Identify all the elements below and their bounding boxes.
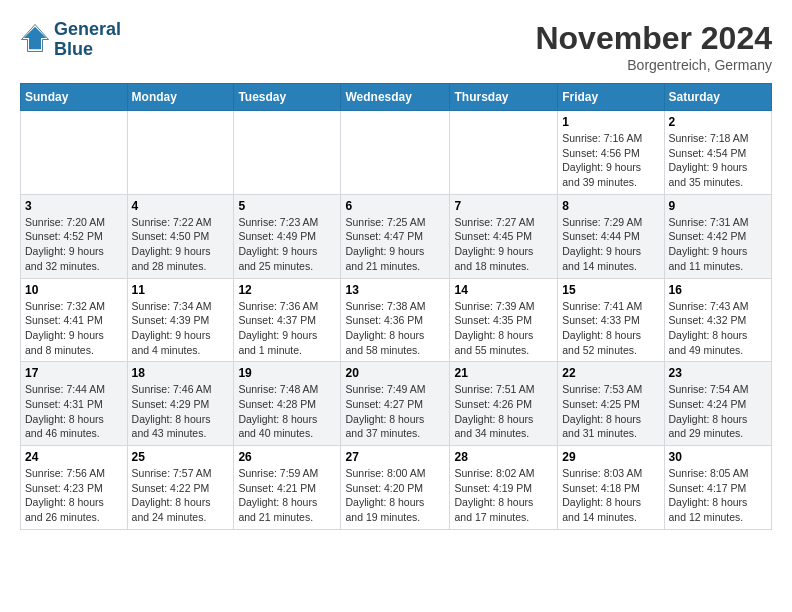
weekday-header-row: SundayMondayTuesdayWednesdayThursdayFrid… — [21, 84, 772, 111]
calendar-cell: 11Sunrise: 7:34 AM Sunset: 4:39 PM Dayli… — [127, 278, 234, 362]
day-info: Sunrise: 7:31 AM Sunset: 4:42 PM Dayligh… — [669, 215, 767, 274]
calendar-cell: 9Sunrise: 7:31 AM Sunset: 4:42 PM Daylig… — [664, 194, 771, 278]
day-info: Sunrise: 7:39 AM Sunset: 4:35 PM Dayligh… — [454, 299, 553, 358]
calendar-cell — [341, 111, 450, 195]
logo-text: General Blue — [54, 20, 121, 60]
location-subtitle: Borgentreich, Germany — [535, 57, 772, 73]
day-info: Sunrise: 7:57 AM Sunset: 4:22 PM Dayligh… — [132, 466, 230, 525]
calendar-cell: 1Sunrise: 7:16 AM Sunset: 4:56 PM Daylig… — [558, 111, 664, 195]
day-number: 17 — [25, 366, 123, 380]
day-number: 19 — [238, 366, 336, 380]
day-number: 20 — [345, 366, 445, 380]
calendar-cell: 2Sunrise: 7:18 AM Sunset: 4:54 PM Daylig… — [664, 111, 771, 195]
calendar-cell: 3Sunrise: 7:20 AM Sunset: 4:52 PM Daylig… — [21, 194, 128, 278]
day-number: 6 — [345, 199, 445, 213]
calendar-cell: 23Sunrise: 7:54 AM Sunset: 4:24 PM Dayli… — [664, 362, 771, 446]
calendar-cell: 30Sunrise: 8:05 AM Sunset: 4:17 PM Dayli… — [664, 446, 771, 530]
day-info: Sunrise: 7:43 AM Sunset: 4:32 PM Dayligh… — [669, 299, 767, 358]
page-header: General Blue November 2024 Borgentreich,… — [20, 20, 772, 73]
day-info: Sunrise: 7:16 AM Sunset: 4:56 PM Dayligh… — [562, 131, 659, 190]
day-number: 13 — [345, 283, 445, 297]
weekday-header: Saturday — [664, 84, 771, 111]
day-number: 30 — [669, 450, 767, 464]
day-number: 25 — [132, 450, 230, 464]
day-number: 4 — [132, 199, 230, 213]
calendar-cell: 15Sunrise: 7:41 AM Sunset: 4:33 PM Dayli… — [558, 278, 664, 362]
day-info: Sunrise: 7:59 AM Sunset: 4:21 PM Dayligh… — [238, 466, 336, 525]
day-number: 18 — [132, 366, 230, 380]
logo-icon — [20, 23, 50, 53]
day-info: Sunrise: 7:46 AM Sunset: 4:29 PM Dayligh… — [132, 382, 230, 441]
calendar-cell: 27Sunrise: 8:00 AM Sunset: 4:20 PM Dayli… — [341, 446, 450, 530]
weekday-header: Tuesday — [234, 84, 341, 111]
day-number: 15 — [562, 283, 659, 297]
day-number: 21 — [454, 366, 553, 380]
calendar-cell: 24Sunrise: 7:56 AM Sunset: 4:23 PM Dayli… — [21, 446, 128, 530]
calendar-week-row: 3Sunrise: 7:20 AM Sunset: 4:52 PM Daylig… — [21, 194, 772, 278]
day-info: Sunrise: 7:18 AM Sunset: 4:54 PM Dayligh… — [669, 131, 767, 190]
calendar-cell: 22Sunrise: 7:53 AM Sunset: 4:25 PM Dayli… — [558, 362, 664, 446]
day-info: Sunrise: 7:54 AM Sunset: 4:24 PM Dayligh… — [669, 382, 767, 441]
day-info: Sunrise: 7:36 AM Sunset: 4:37 PM Dayligh… — [238, 299, 336, 358]
day-info: Sunrise: 7:56 AM Sunset: 4:23 PM Dayligh… — [25, 466, 123, 525]
calendar-cell: 8Sunrise: 7:29 AM Sunset: 4:44 PM Daylig… — [558, 194, 664, 278]
calendar-cell: 7Sunrise: 7:27 AM Sunset: 4:45 PM Daylig… — [450, 194, 558, 278]
day-number: 12 — [238, 283, 336, 297]
day-number: 7 — [454, 199, 553, 213]
day-number: 5 — [238, 199, 336, 213]
calendar-cell: 29Sunrise: 8:03 AM Sunset: 4:18 PM Dayli… — [558, 446, 664, 530]
calendar-cell: 5Sunrise: 7:23 AM Sunset: 4:49 PM Daylig… — [234, 194, 341, 278]
calendar-week-row: 1Sunrise: 7:16 AM Sunset: 4:56 PM Daylig… — [21, 111, 772, 195]
day-info: Sunrise: 7:29 AM Sunset: 4:44 PM Dayligh… — [562, 215, 659, 274]
day-number: 1 — [562, 115, 659, 129]
day-number: 29 — [562, 450, 659, 464]
calendar-cell: 26Sunrise: 7:59 AM Sunset: 4:21 PM Dayli… — [234, 446, 341, 530]
day-info: Sunrise: 7:32 AM Sunset: 4:41 PM Dayligh… — [25, 299, 123, 358]
day-info: Sunrise: 7:38 AM Sunset: 4:36 PM Dayligh… — [345, 299, 445, 358]
day-number: 26 — [238, 450, 336, 464]
day-info: Sunrise: 7:53 AM Sunset: 4:25 PM Dayligh… — [562, 382, 659, 441]
calendar-cell: 6Sunrise: 7:25 AM Sunset: 4:47 PM Daylig… — [341, 194, 450, 278]
weekday-header: Monday — [127, 84, 234, 111]
calendar-cell: 10Sunrise: 7:32 AM Sunset: 4:41 PM Dayli… — [21, 278, 128, 362]
title-section: November 2024 Borgentreich, Germany — [535, 20, 772, 73]
day-info: Sunrise: 7:51 AM Sunset: 4:26 PM Dayligh… — [454, 382, 553, 441]
logo-line2: Blue — [54, 40, 121, 60]
calendar-cell — [450, 111, 558, 195]
day-number: 11 — [132, 283, 230, 297]
calendar-cell: 17Sunrise: 7:44 AM Sunset: 4:31 PM Dayli… — [21, 362, 128, 446]
day-number: 22 — [562, 366, 659, 380]
day-number: 24 — [25, 450, 123, 464]
calendar-cell: 20Sunrise: 7:49 AM Sunset: 4:27 PM Dayli… — [341, 362, 450, 446]
day-number: 2 — [669, 115, 767, 129]
day-info: Sunrise: 7:22 AM Sunset: 4:50 PM Dayligh… — [132, 215, 230, 274]
day-info: Sunrise: 7:25 AM Sunset: 4:47 PM Dayligh… — [345, 215, 445, 274]
calendar-cell: 18Sunrise: 7:46 AM Sunset: 4:29 PM Dayli… — [127, 362, 234, 446]
calendar-week-row: 24Sunrise: 7:56 AM Sunset: 4:23 PM Dayli… — [21, 446, 772, 530]
day-number: 23 — [669, 366, 767, 380]
logo: General Blue — [20, 20, 121, 60]
day-info: Sunrise: 8:05 AM Sunset: 4:17 PM Dayligh… — [669, 466, 767, 525]
day-number: 16 — [669, 283, 767, 297]
day-number: 9 — [669, 199, 767, 213]
calendar-cell: 14Sunrise: 7:39 AM Sunset: 4:35 PM Dayli… — [450, 278, 558, 362]
day-info: Sunrise: 7:41 AM Sunset: 4:33 PM Dayligh… — [562, 299, 659, 358]
calendar-cell: 21Sunrise: 7:51 AM Sunset: 4:26 PM Dayli… — [450, 362, 558, 446]
calendar-cell — [234, 111, 341, 195]
day-number: 3 — [25, 199, 123, 213]
weekday-header: Friday — [558, 84, 664, 111]
weekday-header: Sunday — [21, 84, 128, 111]
day-number: 27 — [345, 450, 445, 464]
calendar-cell — [127, 111, 234, 195]
day-number: 10 — [25, 283, 123, 297]
day-number: 14 — [454, 283, 553, 297]
calendar-cell: 13Sunrise: 7:38 AM Sunset: 4:36 PM Dayli… — [341, 278, 450, 362]
day-info: Sunrise: 8:00 AM Sunset: 4:20 PM Dayligh… — [345, 466, 445, 525]
calendar-cell: 25Sunrise: 7:57 AM Sunset: 4:22 PM Dayli… — [127, 446, 234, 530]
day-info: Sunrise: 7:27 AM Sunset: 4:45 PM Dayligh… — [454, 215, 553, 274]
weekday-header: Wednesday — [341, 84, 450, 111]
calendar-cell — [21, 111, 128, 195]
day-info: Sunrise: 7:23 AM Sunset: 4:49 PM Dayligh… — [238, 215, 336, 274]
logo-line1: General — [54, 20, 121, 40]
day-info: Sunrise: 8:03 AM Sunset: 4:18 PM Dayligh… — [562, 466, 659, 525]
